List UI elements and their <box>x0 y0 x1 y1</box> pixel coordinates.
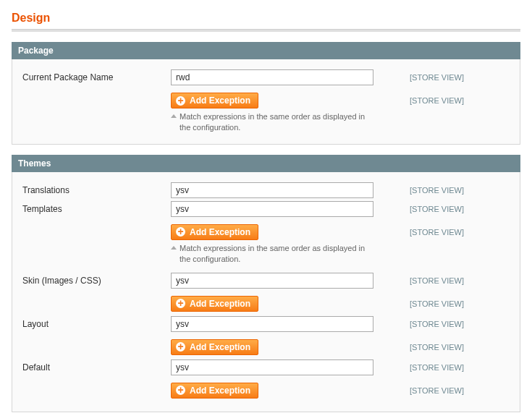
field-row-skin-exception: + Add Exception [STORE VIEW] <box>22 291 510 312</box>
scope-label: [STORE VIEW] <box>410 205 464 213</box>
scope-label: [STORE VIEW] <box>410 343 464 352</box>
fieldset-package: Current Package Name [STORE VIEW] + Add … <box>12 59 520 145</box>
add-exception-button[interactable]: + Add Exception <box>171 383 258 399</box>
scope-label: [STORE VIEW] <box>410 363 464 372</box>
add-exception-button[interactable]: + Add Exception <box>171 224 258 240</box>
current-package-name-input[interactable] <box>171 69 373 85</box>
button-label: Add Exception <box>190 342 250 352</box>
button-label: Add Exception <box>190 386 250 396</box>
field-label: Translations <box>22 182 171 195</box>
button-label: Add Exception <box>190 227 250 237</box>
field-row-skin: Skin (Images / CSS) [STORE VIEW] <box>22 273 510 289</box>
field-note: Match expressions in the same order as d… <box>171 111 373 134</box>
field-row-templates: Templates [STORE VIEW] <box>22 201 510 217</box>
plus-circle-icon: + <box>176 227 185 237</box>
add-exception-button[interactable]: + Add Exception <box>171 296 258 312</box>
fieldset-themes: Translations [STORE VIEW] Templates [STO… <box>12 172 520 412</box>
scope-label: [STORE VIEW] <box>410 320 464 328</box>
fieldset-header-package: Package <box>12 42 520 59</box>
field-row-default-exception: + Add Exception [STORE VIEW] <box>22 378 510 399</box>
field-row-translations: Translations [STORE VIEW] <box>22 182 510 198</box>
field-label: Layout <box>22 316 171 329</box>
skin-input[interactable] <box>171 273 373 289</box>
default-input[interactable] <box>171 359 373 375</box>
title-divider <box>12 29 520 32</box>
translations-input[interactable] <box>171 182 373 198</box>
scope-label: [STORE VIEW] <box>410 186 464 195</box>
scope-label: [STORE VIEW] <box>410 96 464 105</box>
field-row-layout-exception: + Add Exception [STORE VIEW] <box>22 335 510 355</box>
scope-label: [STORE VIEW] <box>410 73 464 82</box>
layout-input[interactable] <box>171 316 373 332</box>
page-title: Design <box>12 12 520 25</box>
plus-circle-icon: + <box>176 386 185 395</box>
plus-circle-icon: + <box>176 299 185 308</box>
field-row-current-package-name: Current Package Name [STORE VIEW] <box>22 69 510 85</box>
fieldset-header-themes: Themes <box>12 155 520 172</box>
templates-input[interactable] <box>171 201 373 217</box>
add-exception-button[interactable]: + Add Exception <box>171 93 258 108</box>
field-row-package-exception: + Add Exception [STORE VIEW] <box>22 88 510 108</box>
field-row-templates-exception: + Add Exception [STORE VIEW] <box>22 220 510 240</box>
add-exception-button[interactable]: + Add Exception <box>171 339 258 355</box>
plus-circle-icon: + <box>176 342 185 352</box>
scope-label: [STORE VIEW] <box>410 228 464 237</box>
field-row-layout: Layout [STORE VIEW] <box>22 316 510 332</box>
field-label: Current Package Name <box>22 69 171 82</box>
scope-label: [STORE VIEW] <box>410 299 464 308</box>
field-note: Match expressions in the same order as d… <box>171 243 373 265</box>
plus-circle-icon: + <box>176 96 185 106</box>
field-row-default: Default [STORE VIEW] <box>22 359 510 375</box>
button-label: Add Exception <box>190 95 250 106</box>
scope-label: [STORE VIEW] <box>410 386 464 395</box>
button-label: Add Exception <box>190 299 250 309</box>
scope-label: [STORE VIEW] <box>410 276 464 285</box>
field-label: Skin (Images / CSS) <box>22 273 171 286</box>
field-label: Default <box>22 359 171 372</box>
field-label: Templates <box>22 201 171 214</box>
